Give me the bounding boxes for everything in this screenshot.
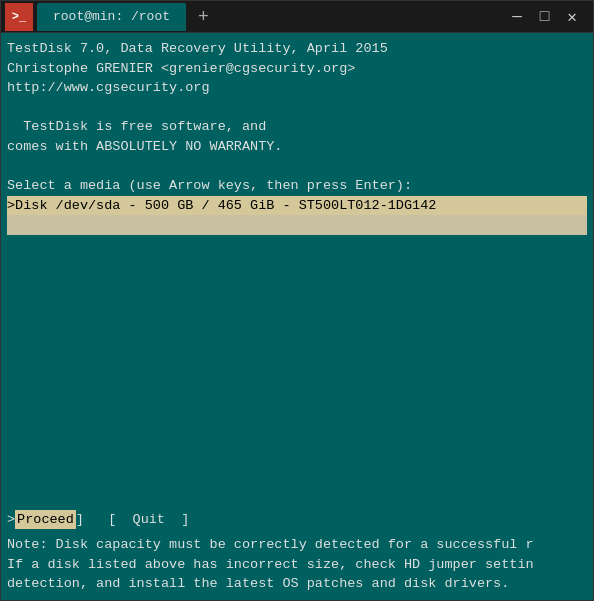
disk-entry[interactable]: >Disk /dev/sda - 500 GB / 465 GiB - ST50… <box>7 196 587 216</box>
select-prompt: Select a media (use Arrow keys, then pre… <box>7 176 587 196</box>
note-line-1: Note: Disk capacity must be correctly de… <box>7 535 587 555</box>
output-line-2: Christophe GRENIER <grenier@cgsecurity.o… <box>7 59 587 79</box>
output-line-5: TestDisk is free software, and <box>7 117 587 137</box>
output-line-4 <box>7 98 587 118</box>
proceed-brackets: ] [ <box>76 510 133 530</box>
note-line-2: If a disk listed above has incorrect siz… <box>7 555 587 575</box>
terminal-body: TestDisk 7.0, Data Recovery Utility, Apr… <box>1 33 593 600</box>
output-line-1: TestDisk 7.0, Data Recovery Utility, Apr… <box>7 39 587 59</box>
bottom-note: Note: Disk capacity must be correctly de… <box>7 535 587 594</box>
blank-row <box>7 215 587 235</box>
minimize-button[interactable]: — <box>504 6 530 28</box>
new-tab-button[interactable]: + <box>186 3 221 31</box>
proceed-area: > Proceed ] [ Quit ] <box>7 510 587 530</box>
close-button[interactable]: ✕ <box>559 5 585 29</box>
proceed-button[interactable]: Proceed <box>15 510 76 530</box>
titlebar: >_ root@min: /root + — □ ✕ <box>1 1 593 33</box>
window: >_ root@min: /root + — □ ✕ TestDisk 7.0,… <box>0 0 594 601</box>
tab-root[interactable]: root@min: /root <box>37 3 186 31</box>
note-line-3: detection, and install the latest OS pat… <box>7 574 587 594</box>
output-line-6: comes with ABSOLUTELY NO WARRANTY. <box>7 137 587 157</box>
quit-label[interactable]: Quit ] <box>133 510 190 530</box>
window-controls: — □ ✕ <box>504 5 593 29</box>
maximize-button[interactable]: □ <box>532 6 558 28</box>
output-line-3: http://www.cgsecurity.org <box>7 78 587 98</box>
output-line-7 <box>7 156 587 176</box>
spacer <box>7 235 587 504</box>
proceed-arrow: > <box>7 510 15 530</box>
terminal-icon: >_ <box>5 3 33 31</box>
